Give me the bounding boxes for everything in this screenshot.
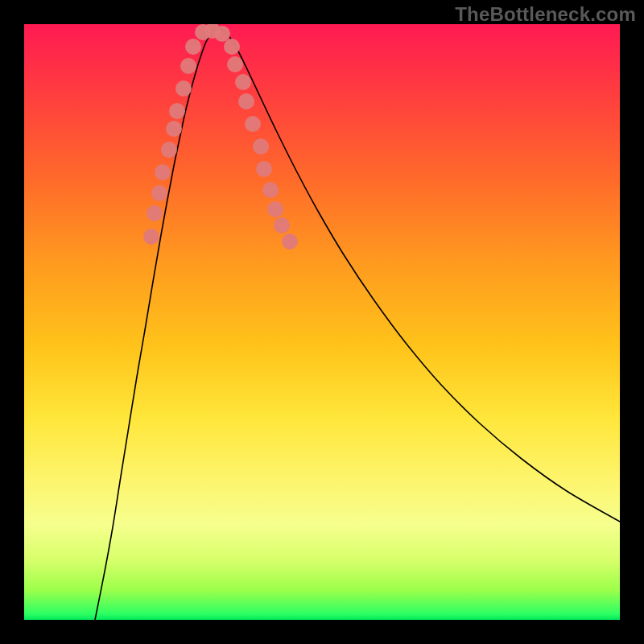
data-marker bbox=[227, 56, 243, 72]
data-marker bbox=[274, 217, 290, 233]
data-marker bbox=[175, 80, 192, 97]
data-marker bbox=[143, 229, 159, 245]
plot-area bbox=[24, 24, 620, 620]
data-marker bbox=[180, 58, 196, 74]
data-marker bbox=[147, 205, 163, 221]
data-marker bbox=[155, 164, 171, 180]
data-marker bbox=[262, 182, 279, 198]
data-marker bbox=[245, 116, 261, 132]
data-marker bbox=[185, 39, 201, 55]
data-marker bbox=[253, 138, 269, 155]
watermark-text: TheBottleneck.com bbox=[455, 3, 636, 26]
markers-layer bbox=[143, 24, 298, 250]
data-marker bbox=[224, 39, 240, 55]
data-marker bbox=[169, 103, 185, 119]
data-marker bbox=[166, 121, 182, 137]
data-marker bbox=[235, 74, 251, 90]
data-marker bbox=[161, 142, 177, 158]
data-marker bbox=[151, 185, 167, 201]
chart-frame: TheBottleneck.com bbox=[0, 0, 644, 644]
data-marker bbox=[267, 201, 283, 217]
chart-svg bbox=[24, 24, 620, 620]
data-marker bbox=[238, 93, 254, 109]
data-marker bbox=[282, 233, 298, 250]
data-marker bbox=[256, 161, 272, 177]
data-marker bbox=[214, 26, 230, 42]
